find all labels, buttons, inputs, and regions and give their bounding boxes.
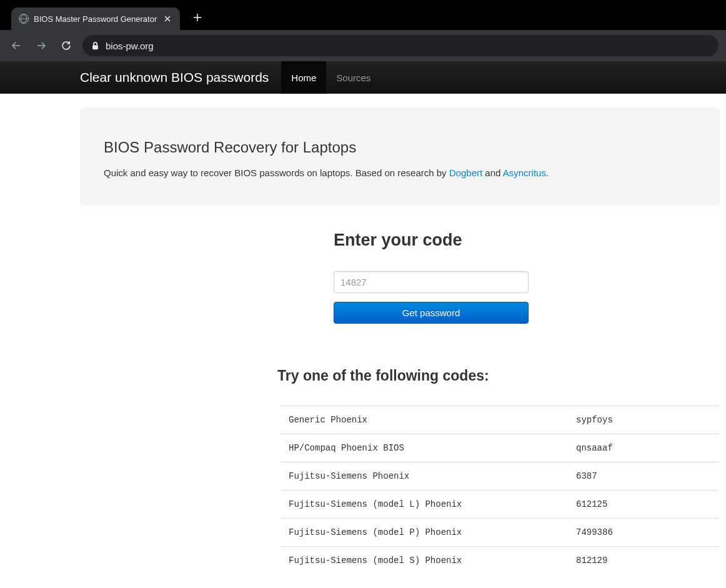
tab-bar: BIOS Master Password Generator (0, 0, 726, 30)
hero: BIOS Password Recovery for Laptops Quick… (80, 107, 720, 206)
code-cell: 7499386 (569, 519, 719, 547)
browser-chrome: BIOS Master Password Generator bios-pw.o… (0, 0, 726, 61)
table-row: HP/Compaq Phoenix BIOSqnsaaaf (281, 434, 719, 462)
code-cell: 6387 (569, 462, 719, 491)
forward-button[interactable] (32, 37, 50, 54)
form: Enter your code Get password (334, 231, 720, 324)
svg-rect-6 (92, 45, 98, 49)
hero-text: and (482, 167, 503, 178)
url-input[interactable]: bios-pw.org (82, 35, 719, 56)
browser-tab[interactable]: BIOS Master Password Generator (11, 7, 180, 30)
table-row: Fujitsu-Siemens (model S) Phoenix812129 (281, 547, 719, 575)
page-container: BIOS Password Recovery for Laptops Quick… (0, 107, 726, 574)
table-row: Fujitsu-Siemens (model P) Phoenix7499386 (281, 519, 719, 547)
results-heading: Try one of the following codes: (277, 367, 715, 384)
hero-text: Quick and easy way to recover BIOS passw… (104, 167, 449, 178)
hero-title: BIOS Password Recovery for Laptops (104, 139, 696, 156)
link-dogbert[interactable]: Dogbert (449, 167, 482, 178)
nav-item-sources[interactable]: Sources (326, 61, 380, 94)
hero-lead: Quick and easy way to recover BIOS passw… (104, 167, 696, 178)
vendor-cell: Generic Phoenix (281, 406, 569, 434)
code-input[interactable] (334, 271, 529, 293)
vendor-cell: Fujitsu-Siemens (model P) Phoenix (281, 519, 569, 547)
results: Try one of the following codes: Generic … (277, 367, 715, 574)
nav-item-home[interactable]: Home (281, 61, 326, 94)
code-cell: 812129 (569, 547, 719, 575)
link-asyncritus[interactable]: Asyncritus (503, 167, 546, 178)
new-tab-button[interactable] (192, 12, 202, 22)
vendor-cell: Fujitsu-Siemens Phoenix (281, 462, 569, 491)
back-button[interactable] (7, 37, 25, 54)
nav-tabs: HomeSources (281, 61, 380, 93)
address-bar: bios-pw.org (0, 30, 726, 61)
close-icon[interactable] (162, 14, 172, 24)
code-cell: 612125 (569, 491, 719, 519)
table-row: Generic Phoenixsypfoys (281, 406, 719, 434)
url-text: bios-pw.org (106, 41, 154, 51)
table-row: Fujitsu-Siemens Phoenix6387 (281, 462, 719, 491)
get-password-button[interactable]: Get password (334, 302, 529, 324)
form-heading: Enter your code (334, 231, 720, 250)
vendor-cell: Fujitsu-Siemens (model S) Phoenix (281, 547, 569, 575)
reload-button[interactable] (57, 37, 75, 54)
brand[interactable]: Clear unknown BIOS passwords (80, 70, 269, 85)
lock-icon (91, 41, 99, 50)
site-navbar: Clear unknown BIOS passwords HomeSources (0, 61, 726, 94)
results-table: Generic PhoenixsypfoysHP/Compaq Phoenix … (281, 406, 719, 574)
globe-icon (19, 14, 29, 24)
vendor-cell: HP/Compaq Phoenix BIOS (281, 434, 569, 462)
hero-text: . (546, 167, 549, 178)
table-row: Fujitsu-Siemens (model L) Phoenix612125 (281, 491, 719, 519)
code-cell: sypfoys (569, 406, 719, 434)
code-cell: qnsaaaf (569, 434, 719, 462)
tab-title: BIOS Master Password Generator (34, 14, 157, 24)
vendor-cell: Fujitsu-Siemens (model L) Phoenix (281, 491, 569, 519)
